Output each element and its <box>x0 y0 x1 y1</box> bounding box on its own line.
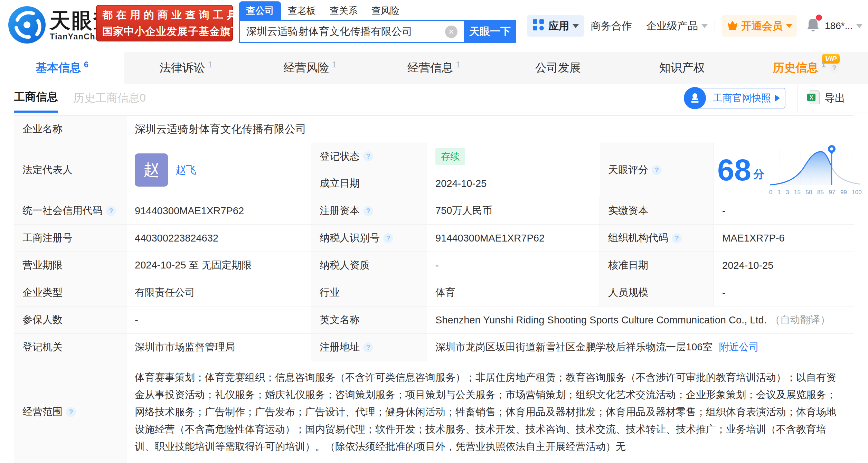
help-icon[interactable] <box>672 233 682 243</box>
table-row: 参保人数 - 英文名称 Shenzhen Yunshi Riding Shoot… <box>14 306 854 334</box>
search-tab-boss[interactable]: 查老板 <box>281 1 323 20</box>
legal-rep-cell: 赵 赵飞 <box>126 143 311 197</box>
avatar[interactable]: 赵 <box>135 153 168 187</box>
tab-history-info[interactable]: VIP 历史信息 1 <box>744 52 868 84</box>
tab-count: 1 <box>332 60 336 69</box>
table-row: 营业期限 2024-10-25 至 无固定期限 纳税人资质 - 核准日期 202… <box>14 252 854 279</box>
search-tab-risk[interactable]: 查风险 <box>365 1 406 20</box>
help-icon[interactable] <box>106 206 116 216</box>
account-phone: 186*... <box>825 20 853 31</box>
table-tools: 工商官网快照 X 导出 <box>684 84 854 113</box>
divider <box>715 20 715 31</box>
section-tabs: 基本信息 6 法律诉讼 1 经营风险 1 经营信息 1 公司发展 知识产权 VI… <box>0 52 868 84</box>
help-icon[interactable] <box>66 407 76 417</box>
field-label: 组织机构代码 <box>608 231 668 245</box>
nav-cooperation-label: 商务合作 <box>591 19 632 33</box>
tianyancha-company-page: 天眼查 TianYanCha.com 都在用的商业查询工具 国家中小企业发展子基… <box>0 0 868 463</box>
tab-operation-info[interactable]: 经营信息 1 <box>372 52 496 84</box>
field-label: 经营范围 <box>22 405 63 419</box>
insured-count-value: - <box>126 306 311 333</box>
field-label: 工商注册号 <box>14 225 126 252</box>
taxpayer-id-value: 91440300MAE1XR7P62 <box>427 225 600 252</box>
field-label: 英文名称 <box>311 306 427 333</box>
excel-icon: X <box>806 89 820 107</box>
svg-text:X: X <box>810 95 813 101</box>
reg-address-value: 深圳市龙岗区坂田街道新雪社区金鹏学校后祥乐物流一层106室 <box>435 340 713 354</box>
table-row: 登记机关 深圳市市场监督管理局 注册地址 深圳市龙岗区坂田街道新雪社区金鹏学校后… <box>14 334 854 361</box>
export-button[interactable]: X 导出 <box>798 84 854 113</box>
help-icon[interactable] <box>652 165 662 175</box>
nav-vip-label: 开通会员 <box>741 19 783 33</box>
tab-operation-risk[interactable]: 经营风险 1 <box>248 52 372 84</box>
subtab-history-business-info[interactable]: 历史工商信息0 <box>73 91 146 106</box>
nav-enterprise[interactable]: 企业级产品 <box>646 19 708 33</box>
legal-rep-link[interactable]: 赵飞 <box>176 163 196 177</box>
taxpayer-quality-value: - <box>427 252 600 279</box>
tianyan-score[interactable]: 68 分 <box>714 144 863 196</box>
reg-authority-value: 深圳市市场监督管理局 <box>126 334 311 361</box>
field-label-group: 组织机构代码 <box>600 225 714 252</box>
help-icon[interactable] <box>363 206 373 216</box>
field-label-group: 经营范围 <box>14 361 126 463</box>
snapshot-label: 工商官网快照 <box>713 92 771 105</box>
score-unit: 分 <box>753 167 764 182</box>
tab-intellectual-property[interactable]: 知识产权 <box>620 52 744 84</box>
help-icon[interactable] <box>363 151 373 161</box>
search-area: 查公司 查老板 查关系 查风险 天眼一下 <box>239 2 516 43</box>
field-label: 企业名称 <box>14 116 126 143</box>
nav-cooperation[interactable]: 商务合作 <box>591 19 632 33</box>
score-value: 68 <box>717 155 751 185</box>
nearby-companies-link[interactable]: 附近公司 <box>719 340 759 354</box>
apps-grid-icon <box>532 19 544 33</box>
help-icon[interactable] <box>383 233 393 243</box>
tab-basic-info[interactable]: 基本信息 6 <box>0 52 124 84</box>
search-tab-company[interactable]: 查公司 <box>239 1 281 20</box>
notifications-bell[interactable] <box>806 17 820 35</box>
english-name-value: Shenzhen Yunshi Riding Shooting Sports C… <box>435 314 767 326</box>
search-button[interactable]: 天眼一下 <box>464 20 516 43</box>
field-label: 参保人数 <box>14 306 126 333</box>
field-label: 注册地址 <box>320 340 360 354</box>
tab-label: 历史信息 <box>773 60 818 76</box>
company-type-value: 有限责任公司 <box>126 279 311 306</box>
tab-label: 公司发展 <box>535 60 581 76</box>
establish-date-value: 2024-10-25 <box>427 170 600 197</box>
table-row: 工商注册号 440300223824632 纳税人识别号 91440300MAE… <box>14 225 854 252</box>
bell-icon <box>806 23 820 35</box>
search-input[interactable] <box>239 20 464 43</box>
search-tab-relation[interactable]: 查关系 <box>323 1 365 20</box>
tab-legal-litigation[interactable]: 法律诉讼 1 <box>124 52 248 84</box>
help-icon[interactable] <box>363 342 373 352</box>
reg-status-cell: 存续 <box>427 143 600 170</box>
tab-count: 1 <box>456 60 460 69</box>
field-label-group: 注册地址 <box>311 334 427 361</box>
field-label: 纳税人资质 <box>311 252 427 279</box>
help-icon[interactable] <box>829 63 839 73</box>
account-menu[interactable]: 186*... <box>825 20 862 31</box>
nav-open-vip[interactable]: 开通会员 <box>722 15 797 37</box>
nav-enterprise-label: 企业级产品 <box>646 19 698 33</box>
chevron-down-icon <box>573 24 579 28</box>
field-label: 纳税人识别号 <box>320 231 380 245</box>
table-row: 统一社会信用代码 91440300MAE1XR7P62 注册资本 750万人民币… <box>14 197 854 225</box>
subsection-bar: 工商信息 历史工商信息0 工商官网快照 X <box>0 84 868 113</box>
subtab-business-info[interactable]: 工商信息 <box>14 84 58 113</box>
tab-count: 1 <box>208 60 213 69</box>
official-snapshot-button[interactable]: 工商官网快照 <box>694 88 785 108</box>
field-label: 成立日期 <box>311 170 427 197</box>
status-date-block: 登记状态 存续 成立日期 2024-10-25 <box>311 143 600 197</box>
auto-translate-note: （自动翻译） <box>770 313 830 327</box>
approval-date-value: 2024-10-25 <box>714 252 854 279</box>
business-scope-value: 体育赛事策划；体育竞赛组织；信息咨询服务（不含许可类信息咨询服务）；非居住房地产… <box>126 361 854 463</box>
field-label: 行业 <box>311 279 427 306</box>
staff-size-value: - <box>714 279 854 306</box>
business-term-value: 2024-10-25 至 无固定期限 <box>126 252 311 279</box>
table-row: 企业类型 有限责任公司 行业 体育 人员规模 - <box>14 279 854 306</box>
clear-search-icon[interactable] <box>445 26 457 38</box>
field-label-group: 统一社会信用代码 <box>14 197 126 224</box>
tab-company-development[interactable]: 公司发展 <box>496 52 620 84</box>
tab-label: 经营风险 <box>283 60 329 76</box>
nav-apps[interactable]: 应用 <box>527 15 584 37</box>
paid-capital-value: - <box>714 197 854 224</box>
field-label: 核准日期 <box>600 252 714 279</box>
